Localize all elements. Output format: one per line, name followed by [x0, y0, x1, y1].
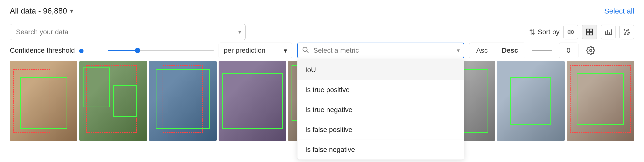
- search-input[interactable]: [10, 24, 246, 40]
- confidence-sort-row: Confidence threshold per prediction ▾ ▾ …: [0, 42, 644, 59]
- sort-arrow-line: [532, 50, 552, 51]
- image-cell-9[interactable]: [567, 61, 634, 141]
- dropdown-item-true-negative[interactable]: Is true negative: [298, 100, 464, 120]
- asc-desc-group: Asc Desc: [469, 43, 525, 58]
- svg-point-13: [625, 32, 626, 33]
- image-cell-2[interactable]: [79, 61, 147, 141]
- dropdown-item-false-negative[interactable]: Is false negative: [298, 140, 464, 159]
- eye-icon: [567, 28, 575, 36]
- sort-value-input[interactable]: [559, 43, 578, 58]
- slider-thumb[interactable]: [135, 48, 140, 53]
- svg-point-0: [568, 30, 574, 34]
- svg-point-16: [624, 34, 625, 35]
- desc-button[interactable]: Desc: [495, 43, 525, 58]
- svg-rect-2: [586, 29, 589, 32]
- sort-by-label: Sort by: [538, 28, 560, 36]
- metric-dropdown: IoU Is true positive Is true negative Is…: [297, 60, 464, 160]
- bar-chart-icon: [604, 28, 612, 36]
- confidence-slider[interactable]: [108, 48, 214, 53]
- all-data-chevron: ▾: [70, 7, 73, 15]
- view-scatter-button[interactable]: [620, 25, 634, 39]
- svg-rect-5: [590, 32, 592, 35]
- confidence-text: Confidence threshold: [10, 47, 75, 54]
- toolbar-right: ⇅ Sort by: [529, 25, 634, 39]
- sort-by-button[interactable]: ⇅ Sort by: [529, 28, 560, 36]
- confidence-dot: [79, 49, 84, 53]
- svg-point-20: [590, 49, 592, 52]
- svg-point-14: [628, 29, 629, 30]
- dropdown-item-false-positive[interactable]: Is false positive: [298, 120, 464, 140]
- svg-rect-4: [586, 32, 589, 35]
- dropdown-item-true-positive[interactable]: Is true positive: [298, 80, 464, 100]
- gear-button[interactable]: [583, 43, 598, 58]
- top-bar: All data - 96,880 ▾ Select all: [0, 0, 644, 22]
- svg-point-15: [628, 32, 630, 33]
- per-prediction-container: per prediction ▾: [218, 43, 292, 58]
- svg-rect-3: [590, 29, 592, 32]
- slider-track: [108, 50, 214, 51]
- all-data-selector[interactable]: All data - 96,880 ▾: [10, 7, 73, 16]
- image-cell-1[interactable]: [10, 61, 77, 141]
- grid-icon: [586, 28, 594, 36]
- sort-icon: ⇅: [529, 28, 535, 36]
- view-eye-button[interactable]: [564, 25, 578, 39]
- image-cell-3[interactable]: [149, 61, 217, 141]
- search-container: ▾: [10, 24, 246, 40]
- image-cell-8[interactable]: [497, 61, 564, 141]
- metric-search-input[interactable]: [297, 43, 464, 58]
- scatter-icon: [623, 28, 631, 36]
- metric-search-container: ▾ IoU Is true positive Is true negative …: [297, 43, 464, 58]
- svg-point-1: [570, 31, 572, 33]
- svg-point-11: [624, 29, 625, 30]
- asc-button[interactable]: Asc: [469, 43, 495, 58]
- svg-point-17: [627, 34, 628, 35]
- select-all-button[interactable]: Select all: [604, 7, 634, 15]
- all-data-text: All data - 96,880: [10, 7, 67, 16]
- gear-icon: [586, 46, 595, 55]
- svg-point-12: [626, 30, 627, 31]
- view-grid-button[interactable]: [582, 25, 597, 39]
- toolbar: ▾ ⇅ Sort by: [0, 22, 644, 42]
- image-cell-4[interactable]: [218, 61, 286, 141]
- view-bar-button[interactable]: [601, 25, 616, 39]
- dropdown-item-iou[interactable]: IoU: [298, 60, 464, 80]
- per-prediction-label: per prediction: [224, 47, 266, 54]
- confidence-label: Confidence threshold: [10, 47, 103, 54]
- per-prediction-button[interactable]: per prediction ▾: [218, 43, 292, 58]
- per-prediction-chevron: ▾: [284, 47, 287, 55]
